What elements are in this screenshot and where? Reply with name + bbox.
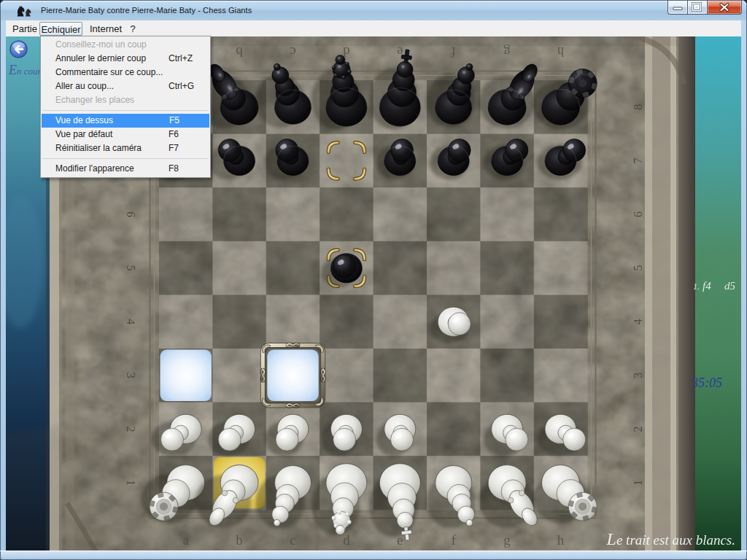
svg-text:35:05: 35:05 xyxy=(691,376,722,390)
svg-text:1: 1 xyxy=(632,480,644,486)
svg-text:d: d xyxy=(343,532,350,548)
svg-text:8: 8 xyxy=(632,104,644,110)
svg-text:4: 4 xyxy=(125,319,137,324)
svg-text:d5: d5 xyxy=(724,280,736,292)
svg-text:f: f xyxy=(451,44,456,60)
svg-text:g: g xyxy=(503,532,511,548)
svg-text:6: 6 xyxy=(632,211,644,217)
svg-text:3: 3 xyxy=(125,373,137,378)
svg-text:2: 2 xyxy=(125,426,137,432)
svg-text:6: 6 xyxy=(125,211,137,217)
svg-text:h: h xyxy=(557,44,564,60)
svg-text:f: f xyxy=(452,532,457,548)
svg-text:1: 1 xyxy=(125,480,137,486)
svg-text:b: b xyxy=(236,44,243,60)
svg-text:1.: 1. xyxy=(693,281,700,292)
svg-text:2: 2 xyxy=(632,426,644,432)
svg-text:5: 5 xyxy=(632,265,644,271)
svg-text:a: a xyxy=(182,532,189,548)
svg-text:7: 7 xyxy=(632,158,644,163)
svg-text:Le trait est aux blancs.: Le trait est aux blancs. xyxy=(606,529,735,548)
svg-text:b: b xyxy=(236,532,243,548)
svg-text:f4: f4 xyxy=(703,280,711,292)
svg-text:h: h xyxy=(557,532,565,548)
svg-text:g: g xyxy=(503,44,511,60)
svg-text:c: c xyxy=(290,532,295,548)
svg-text:4: 4 xyxy=(632,319,644,324)
svg-text:5: 5 xyxy=(125,265,137,271)
svg-text:c: c xyxy=(290,44,295,60)
svg-text:3: 3 xyxy=(632,373,644,378)
